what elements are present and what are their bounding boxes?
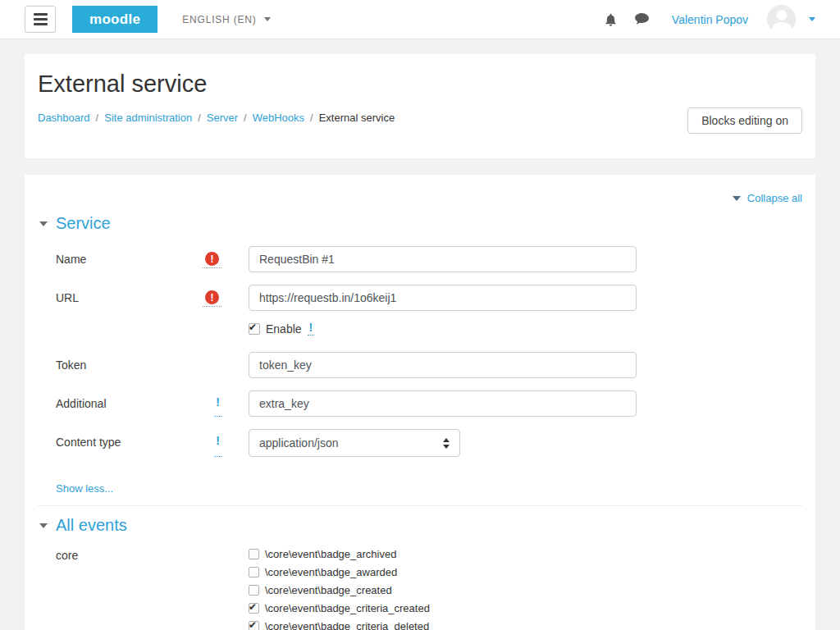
messages-chat-icon[interactable]: [634, 12, 650, 26]
section-service-toggle[interactable]: Service: [39, 214, 802, 233]
content-type-info-marker: !: [214, 435, 221, 457]
events-area: core \core\event\badge_archived \core\ev…: [56, 548, 802, 630]
page-header-card: External service Dashboard / Site admini…: [25, 54, 815, 158]
additional-info-marker: !: [214, 396, 221, 417]
field-row-token: Token: [56, 352, 802, 378]
select-updown-icon: [443, 438, 450, 449]
form-card: Collapse all Service Name ! URL !: [25, 175, 815, 630]
user-menu-name[interactable]: Valentin Popov: [672, 13, 748, 26]
enable-label: Enable: [266, 322, 302, 336]
moodle-logo[interactable]: moodle: [72, 6, 158, 33]
collapse-all-link[interactable]: Collapse all: [747, 192, 802, 204]
page-title: External service: [38, 71, 802, 98]
field-row-url: URL !: [56, 285, 802, 311]
required-icon: !: [203, 290, 221, 307]
event-checkbox[interactable]: [249, 621, 259, 630]
field-row-additional: Additional !: [56, 390, 802, 417]
field-row-name: Name !: [56, 246, 802, 272]
event-label: \core\event\badge_archived: [265, 548, 396, 560]
breadcrumb-current: External service: [319, 112, 395, 124]
event-label: \core\event\badge_awarded: [265, 566, 397, 578]
content-type-label: Content type: [56, 429, 191, 457]
event-label: \core\event\badge_criteria_deleted: [265, 620, 429, 630]
chevron-down-icon: [264, 17, 271, 21]
event-row: \core\event\badge_criteria_deleted: [249, 620, 433, 630]
event-label: \core\event\badge_created: [265, 584, 392, 596]
required-icon: !: [203, 252, 221, 268]
blocks-editing-on-button[interactable]: Blocks editing on: [687, 107, 802, 134]
section-caret-icon: [39, 221, 48, 226]
url-label: URL: [56, 285, 191, 311]
url-input[interactable]: [249, 285, 637, 311]
content-type-selected-value: application/json: [259, 436, 339, 450]
breadcrumb-server[interactable]: Server: [207, 112, 238, 124]
breadcrumb-site-administration[interactable]: Site administration: [104, 112, 192, 124]
section-divider: [38, 505, 802, 506]
section-service-title: Service: [56, 214, 111, 233]
events-list: \core\event\badge_archived \core\event\b…: [249, 548, 433, 630]
topbar: moodle ENGLISH (EN) Valentin Popov: [0, 0, 840, 39]
event-checkbox[interactable]: [249, 549, 259, 559]
event-row: \core\event\badge_awarded: [249, 566, 433, 578]
section-caret-icon: [39, 523, 48, 528]
enable-checkbox[interactable]: [249, 323, 260, 335]
events-group-label: core: [56, 548, 249, 630]
user-menu-chevron-down-icon[interactable]: [809, 17, 815, 21]
additional-label: Additional: [56, 390, 191, 417]
additional-input[interactable]: [249, 390, 637, 417]
show-less-link[interactable]: Show less...: [56, 482, 113, 495]
event-row: \core\event\badge_criteria_created: [249, 602, 433, 614]
breadcrumb-webhooks[interactable]: WebHooks: [253, 112, 304, 124]
language-selector[interactable]: ENGLISH (EN): [182, 14, 270, 25]
language-label: ENGLISH (EN): [182, 14, 256, 25]
event-label: \core\event\badge_criteria_created: [265, 602, 430, 614]
event-checkbox[interactable]: [249, 567, 259, 578]
notifications-bell-icon[interactable]: [604, 12, 618, 27]
section-all-events-title: All events: [56, 516, 127, 535]
event-row: \core\event\badge_created: [249, 584, 433, 596]
token-input[interactable]: [249, 352, 637, 378]
name-label: Name: [56, 246, 191, 272]
field-row-content-type: Content type ! application/json: [56, 429, 802, 457]
event-checkbox[interactable]: [249, 603, 259, 614]
token-label: Token: [56, 352, 191, 378]
event-row: \core\event\badge_archived: [249, 548, 433, 560]
breadcrumb-dashboard[interactable]: Dashboard: [38, 112, 90, 124]
name-input[interactable]: [249, 246, 637, 272]
event-checkbox[interactable]: [249, 585, 259, 596]
collapse-all-caret-icon: [733, 196, 741, 201]
enable-row: Enable !: [249, 322, 802, 336]
hamburger-menu-button[interactable]: [25, 6, 56, 33]
user-avatar[interactable]: [767, 5, 796, 34]
enable-info-marker: !: [308, 322, 315, 336]
section-all-events-toggle[interactable]: All events: [39, 516, 802, 535]
content-type-select[interactable]: application/json: [249, 429, 460, 457]
